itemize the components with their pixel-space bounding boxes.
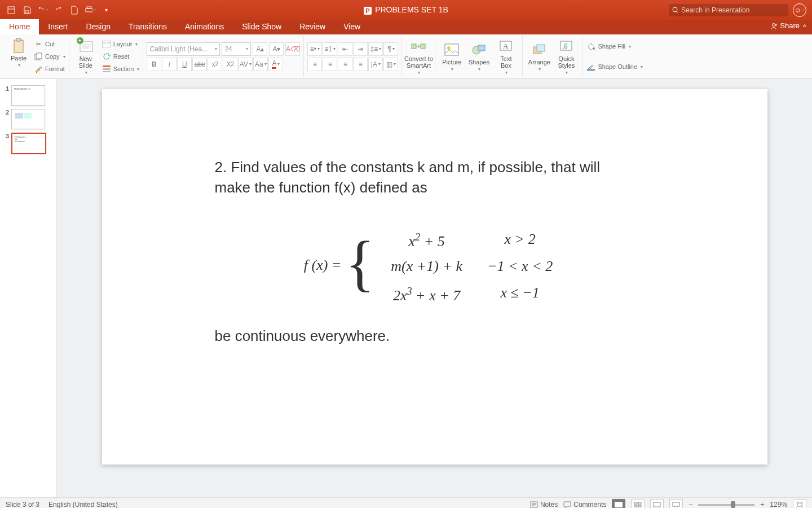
quick-access-toolbar: ▾ — [0, 5, 112, 16]
tab-insert[interactable]: Insert — [39, 19, 77, 34]
text-direction-button[interactable]: ¶ — [383, 42, 398, 56]
bullets-button[interactable]: ≡• — [307, 42, 322, 56]
svg-point-25 — [447, 46, 451, 50]
align-left-button[interactable]: ≡ — [307, 58, 322, 71]
paste-button[interactable]: Paste — [6, 38, 32, 68]
fit-view-button[interactable] — [793, 499, 806, 508]
numbering-button[interactable]: ≡1 — [323, 42, 337, 56]
qat-overflow-icon[interactable]: ▾ — [100, 5, 112, 16]
align-text-button[interactable]: |A — [368, 58, 383, 71]
slide-canvas[interactable]: 2. Find values of the constants k and m,… — [57, 79, 812, 497]
tab-slideshow[interactable]: Slide Show — [233, 19, 290, 34]
font-size-combo[interactable]: 24▾ — [222, 42, 251, 56]
convert-smartart-button[interactable]: Convert to SmartArt — [405, 38, 431, 75]
svg-rect-9 — [16, 38, 21, 41]
char-spacing-button[interactable]: AV — [238, 58, 253, 71]
textbox-button[interactable]: AText Box — [493, 37, 519, 76]
quick-styles-icon: Ꭿ — [558, 38, 574, 54]
clear-format-button[interactable]: A⌫ — [285, 42, 300, 56]
zoom-level[interactable]: 129% — [770, 501, 787, 508]
reset-button[interactable]: Reset — [102, 50, 140, 63]
tab-animations[interactable]: Animations — [176, 19, 233, 34]
zoom-out-button[interactable]: − — [689, 501, 692, 508]
quick-styles-button[interactable]: ᎯQuick Styles — [553, 37, 579, 76]
svg-rect-2 — [25, 11, 29, 13]
underline-button[interactable]: U — [177, 58, 192, 71]
feedback-icon[interactable]: ☺ — [793, 3, 806, 17]
slide-thumbnails: 1PROBLEMS SET 1B 2 32. Find values...f(x… — [0, 79, 57, 497]
section-button[interactable]: Section — [102, 63, 140, 75]
font-color-button[interactable]: A — [268, 58, 283, 71]
svg-text:A: A — [503, 42, 509, 50]
tab-view[interactable]: View — [334, 19, 369, 34]
thumb-1[interactable]: 1PROBLEMS SET 1B — [0, 84, 56, 107]
svg-rect-45 — [634, 505, 637, 507]
comments-button[interactable]: Comments — [563, 501, 606, 508]
align-right-button[interactable]: ≡ — [338, 58, 352, 71]
share-button[interactable]: Share ㅿ — [770, 21, 807, 30]
line-spacing-button[interactable]: ‡≡ — [368, 42, 383, 56]
tab-transitions[interactable]: Transitions — [120, 19, 176, 34]
sorter-view-button[interactable] — [631, 499, 645, 508]
arrange-button[interactable]: Arrange — [526, 37, 552, 76]
italic-button[interactable]: I — [162, 58, 176, 71]
svg-rect-18 — [107, 42, 110, 43]
format-painter-button[interactable]: Format — [34, 63, 65, 75]
svg-rect-47 — [654, 502, 660, 507]
svg-line-6 — [677, 11, 678, 13]
tab-design[interactable]: Design — [77, 19, 120, 34]
bold-button[interactable]: B — [147, 58, 161, 71]
notes-button[interactable]: Notes — [530, 501, 558, 508]
shapes-button[interactable]: Shapes — [466, 37, 492, 76]
svg-rect-4 — [87, 7, 91, 8]
thumb-2[interactable]: 2 — [0, 107, 56, 131]
grow-font-button[interactable]: A▴ — [253, 42, 267, 56]
save-icon[interactable] — [21, 5, 33, 16]
copy-button[interactable]: Copy — [34, 50, 65, 63]
tab-home[interactable]: Home — [0, 19, 39, 34]
new-slide-label: New Slide — [78, 55, 92, 69]
window-icon[interactable] — [6, 5, 17, 16]
slideshow-view-button[interactable] — [669, 499, 683, 508]
new-slide-button[interactable]: + New Slide — [73, 38, 99, 75]
shape-fill-button[interactable]: Shape Fill — [586, 40, 643, 52]
picture-button[interactable]: Picture — [439, 37, 465, 76]
indent-icon: ⇥ — [358, 45, 363, 53]
undo-icon[interactable] — [37, 5, 48, 16]
indent-button[interactable]: ⇥ — [353, 42, 368, 56]
language-indicator[interactable]: English (United States) — [48, 501, 118, 508]
strike-button[interactable]: abc — [192, 58, 207, 71]
layout-button[interactable]: Layout — [102, 38, 140, 50]
line-spacing-icon: ‡≡ — [370, 45, 378, 53]
problem-line-3: be continuous everywhere. — [215, 326, 655, 346]
new-file-icon[interactable] — [69, 5, 80, 16]
thumb-3[interactable]: 32. Find values...f(x)=be continuous — [0, 131, 56, 156]
font-name-combo[interactable]: Calibri Light (Hea...▾ — [147, 42, 220, 56]
align-center-button[interactable]: ≡ — [323, 58, 337, 71]
shrink-font-button[interactable]: A▾ — [269, 42, 284, 56]
outdent-button[interactable]: ⇤ — [338, 42, 352, 56]
cut-button[interactable]: ✂Cut — [34, 38, 65, 50]
svg-point-34 — [593, 47, 595, 50]
svg-rect-51 — [797, 503, 802, 506]
superscript-button[interactable]: x2 — [208, 58, 222, 71]
zoom-in-button[interactable]: + — [760, 501, 764, 508]
redo-icon[interactable] — [53, 5, 64, 16]
copy-icon — [34, 52, 43, 61]
shape-outline-button[interactable]: Shape Outline — [586, 60, 643, 73]
search-input[interactable]: Search in Presentation — [669, 4, 788, 16]
change-case-button[interactable]: Aa — [253, 58, 268, 71]
zoom-slider[interactable] — [698, 504, 754, 506]
reading-view-button[interactable] — [650, 499, 664, 508]
justify-button[interactable]: ≡ — [353, 58, 368, 71]
subscript-button[interactable]: X2 — [223, 58, 237, 71]
tab-review[interactable]: Review — [290, 19, 334, 34]
clipboard-icon — [11, 38, 27, 54]
print-icon[interactable] — [85, 5, 96, 16]
svg-rect-24 — [445, 44, 458, 55]
notes-icon — [530, 501, 538, 508]
picture-icon — [444, 42, 460, 58]
normal-view-button[interactable] — [612, 499, 625, 508]
slide[interactable]: 2. Find values of the constants k and m,… — [102, 89, 767, 465]
columns-button[interactable]: ▥ — [383, 58, 398, 71]
